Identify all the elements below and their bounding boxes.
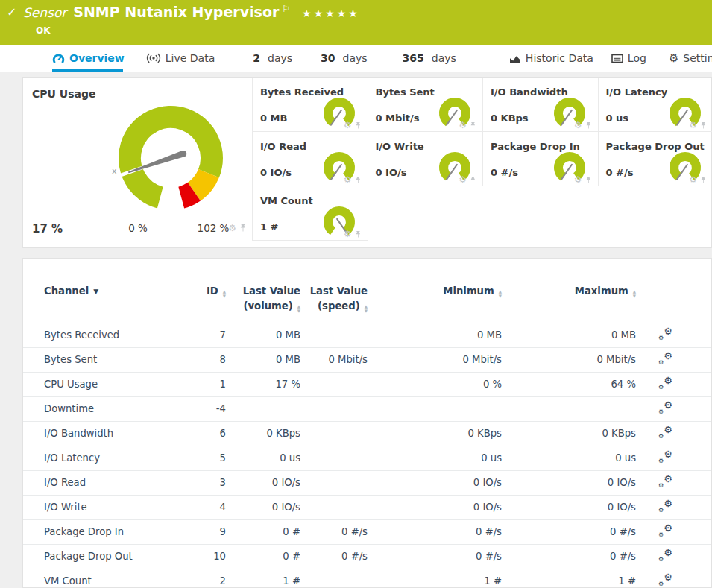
channel-settings-gears-icon[interactable]: ⚙⚙ — [658, 402, 672, 414]
table-row[interactable]: Bytes Sent 8 0 MB 0 Mbit/s 0 Mbit/s 0 Mb… — [23, 347, 711, 372]
gear-icon[interactable]: ⚙ — [228, 224, 236, 233]
cell-channel[interactable]: Package Drop In — [23, 519, 183, 544]
gear-icon[interactable]: ⚙ — [344, 175, 352, 184]
tab-log[interactable]: Log — [611, 45, 646, 72]
cell-channel[interactable]: Bytes Received — [23, 323, 183, 347]
cell-channel[interactable]: I/O Latency — [23, 446, 183, 470]
mini-gauge-cell[interactable]: I/O Write 0 IO/s ⚙ — [368, 132, 483, 186]
table-row[interactable]: Downtime -4 ⚙⚙ — [23, 396, 711, 421]
table-row[interactable]: Bytes Received 7 0 MB 0 MB 0 MB ⚙⚙ — [23, 323, 711, 347]
column-header-id[interactable]: ID▲▼ — [183, 274, 226, 323]
cell-channel-settings: ⚙⚙ — [636, 323, 711, 347]
gear-icon[interactable]: ⚙ — [459, 121, 467, 130]
cell-minimum: 1 # — [368, 569, 502, 588]
gear-icon[interactable]: ⚙ — [459, 175, 467, 184]
pin-icon[interactable] — [355, 121, 362, 130]
table-row[interactable]: Package Drop In 9 0 # 0 #/s 0 #/s 0 #/s … — [23, 519, 711, 544]
cpu-usage-gauge-cell[interactable]: CPU Usage x̄ 0 % 102 % 17 % ⚙ — [23, 78, 252, 247]
overview-gauges-panel: CPU Usage x̄ 0 % 102 % 17 % ⚙ Bytes Rece… — [22, 77, 712, 248]
table-row[interactable]: I/O Write 4 0 IO/s 0 IO/s 0 IO/s ⚙⚙ — [23, 495, 711, 519]
mini-gauge-cell[interactable]: I/O Read 0 IO/s ⚙ — [252, 132, 368, 186]
column-header-maximum[interactable]: Maximum▲▼ — [502, 274, 636, 323]
cell-last-value-volume: 1 # — [226, 569, 300, 588]
mini-gauge-cell[interactable]: Bytes Received 0 MB ⚙ — [252, 78, 368, 132]
flag-icon[interactable]: ⚐ — [282, 4, 290, 14]
table-row[interactable]: Package Drop Out 10 0 # 0 #/s 0 #/s 0 #/… — [23, 544, 711, 569]
cell-channel[interactable]: I/O Bandwidth — [23, 421, 183, 446]
channel-settings-gears-icon[interactable]: ⚙⚙ — [658, 574, 672, 587]
cell-channel[interactable]: Downtime — [23, 396, 183, 421]
gear-icon[interactable]: ⚙ — [689, 175, 697, 184]
tab-365-days[interactable]: 365 days — [403, 45, 456, 72]
channel-settings-gears-icon[interactable]: ⚙⚙ — [658, 549, 672, 562]
column-header-settings — [636, 274, 711, 323]
cell-channel[interactable]: VM Count — [23, 569, 183, 588]
tab-label: Log — [628, 52, 646, 64]
table-row[interactable]: I/O Read 3 0 IO/s 0 IO/s 0 IO/s ⚙⚙ — [23, 470, 711, 495]
priority-stars[interactable]: ★★★★★ — [302, 7, 360, 19]
mini-gauge-cell[interactable]: I/O Bandwidth 0 KBps ⚙ — [482, 78, 598, 132]
pin-icon[interactable] — [700, 121, 707, 130]
gear-icon[interactable]: ⚙ — [574, 121, 582, 130]
cell-channel[interactable]: Bytes Sent — [23, 347, 183, 372]
column-header-last-value-volume[interactable]: Last Value (volume)▲▼ — [226, 274, 300, 323]
channel-settings-gears-icon[interactable]: ⚙⚙ — [658, 500, 672, 513]
table-row[interactable]: I/O Bandwidth 6 0 KBps 0 KBps 0 KBps ⚙⚙ — [23, 421, 711, 446]
cell-channel-settings: ⚙⚙ — [636, 446, 711, 470]
column-header-minimum[interactable]: Minimum▲▼ — [368, 274, 502, 323]
table-row[interactable]: VM Count 2 1 # 1 # 1 # ⚙⚙ — [23, 569, 711, 588]
gauge-value: 0 MB — [260, 113, 287, 124]
sort-icon: ▲▼ — [365, 305, 368, 314]
column-header-channel[interactable]: Channel▼ — [23, 274, 183, 323]
gauge-scale-max: 102 % — [198, 222, 230, 234]
mini-gauge-cell[interactable]: Package Drop In 0 #/s ⚙ — [482, 132, 598, 186]
gear-icon[interactable]: ⚙ — [689, 121, 697, 130]
pin-icon[interactable] — [470, 176, 476, 184]
channel-settings-gears-icon[interactable]: ⚙⚙ — [658, 451, 672, 464]
channel-settings-gears-icon[interactable]: ⚙⚙ — [658, 328, 672, 341]
channel-settings-gears-icon[interactable]: ⚙⚙ — [658, 353, 672, 365]
mini-gauge-cell[interactable]: Package Drop Out 0 #/s ⚙ — [598, 132, 712, 186]
pin-icon[interactable] — [239, 224, 247, 233]
tab-live-data[interactable]: Live Data — [146, 45, 215, 72]
pin-icon[interactable] — [355, 176, 362, 184]
tab-label: Live Data — [166, 52, 215, 64]
pin-icon[interactable] — [585, 176, 592, 184]
gear-icon[interactable]: ⚙ — [574, 175, 582, 184]
channel-settings-gears-icon[interactable]: ⚙⚙ — [658, 377, 672, 390]
gear-icon[interactable]: ⚙ — [344, 121, 352, 130]
channel-settings-gears-icon[interactable]: ⚙⚙ — [658, 525, 672, 537]
channel-settings-gears-icon[interactable]: ⚙⚙ — [658, 426, 672, 439]
mini-gauge-cell[interactable]: VM Count 1 # ⚙ — [252, 186, 368, 241]
pin-icon[interactable] — [585, 121, 592, 130]
table-row[interactable]: CPU Usage 1 17 % 0 % 64 % ⚙⚙ — [23, 372, 711, 396]
cell-id: 2 — [183, 569, 226, 588]
tab-label: days — [432, 52, 456, 64]
cell-channel[interactable]: I/O Read — [23, 470, 183, 495]
cell-maximum: 64 % — [502, 372, 636, 396]
tab-settings[interactable]: ⚙ Settings — [669, 45, 712, 72]
pin-icon[interactable] — [470, 121, 476, 130]
column-header-last-value-speed[interactable]: Last Value (speed)▲▼ — [300, 274, 368, 323]
channel-settings-gears-icon[interactable]: ⚙⚙ — [658, 475, 672, 488]
sensor-title-row: SensorSNMP Nutanix Hypervisor⚐★★★★★ — [23, 4, 360, 20]
gauge-title: CPU Usage — [32, 88, 95, 100]
cell-last-value-speed: 0 #/s — [300, 519, 368, 544]
gear-icon[interactable]: ⚙ — [344, 230, 352, 238]
pin-icon[interactable] — [355, 230, 362, 238]
cell-channel[interactable]: I/O Write — [23, 495, 183, 519]
table-row[interactable]: I/O Latency 5 0 us 0 us 0 us ⚙⚙ — [23, 446, 711, 470]
tab-30-days[interactable]: 30 days — [321, 45, 368, 72]
cell-minimum: 0 IO/s — [368, 470, 502, 495]
tab-overview[interactable]: Overview — [52, 45, 125, 72]
mini-gauge-cell[interactable]: Bytes Sent 0 Mbit/s ⚙ — [368, 78, 483, 132]
gauge-cell-actions: ⚙ — [228, 224, 247, 233]
cell-channel[interactable]: Package Drop Out — [23, 544, 183, 569]
mini-gauge-cell[interactable]: I/O Latency 0 us ⚙ — [598, 78, 712, 132]
pin-icon[interactable] — [700, 176, 707, 184]
cell-channel-settings: ⚙⚙ — [636, 544, 711, 569]
gauge-cell-actions: ⚙ — [574, 121, 592, 130]
tab-2-days[interactable]: 2 days — [253, 45, 292, 72]
cell-channel[interactable]: CPU Usage — [23, 372, 183, 396]
tab-historic-data[interactable]: Historic Data — [509, 45, 593, 72]
